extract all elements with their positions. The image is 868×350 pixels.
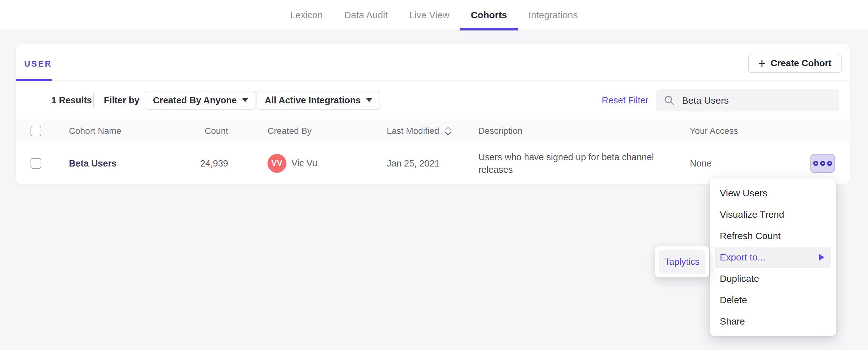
filter-bar: 1 Results Filter by Created By Anyone Al… (16, 81, 850, 119)
tab-user[interactable]: USER (24, 59, 52, 69)
menu-item-export-to[interactable]: Export to... (715, 247, 831, 268)
user-tab-underline (16, 79, 52, 81)
top-nav: Lexicon Data Audit Live View Cohorts Int… (0, 0, 868, 31)
integrations-dropdown[interactable]: All Active Integrations (256, 91, 380, 110)
plus-icon: + (758, 57, 766, 70)
results-count: 1 Results (51, 95, 92, 106)
create-cohort-label: Create Cohort (771, 58, 832, 69)
tab-data-audit[interactable]: Data Audit (334, 0, 398, 30)
menu-item-refresh-count[interactable]: Refresh Count (710, 225, 836, 247)
sort-updown-icon (444, 125, 453, 137)
menu-item-delete[interactable]: Delete (710, 289, 836, 311)
search-icon (664, 95, 675, 106)
table-header: Cohort Name Count Created By Last Modifi… (16, 119, 850, 143)
tab-cohorts[interactable]: Cohorts (460, 0, 518, 30)
row-actions-menu: View Users Visualize Trend Refresh Count… (710, 178, 836, 336)
three-circles-icon (820, 161, 825, 166)
row-actions-button[interactable] (810, 154, 835, 173)
arrow-right-icon (819, 254, 824, 261)
integrations-dropdown-value: All Active Integrations (265, 95, 361, 106)
chevron-down-icon (242, 98, 248, 102)
filter-by-label: Filter by (104, 95, 140, 106)
header-last-modified-label: Last Modified (387, 126, 439, 136)
avatar: VV (268, 154, 286, 173)
card-tabbar: USER + Create Cohort (16, 44, 850, 81)
submenu-item-taplytics[interactable]: Taplytics (659, 250, 705, 274)
menu-item-visualize-trend[interactable]: Visualize Trend (710, 204, 836, 225)
three-circles-icon (827, 161, 832, 166)
menu-item-view-users[interactable]: View Users (710, 182, 836, 204)
tab-live-view[interactable]: Live View (398, 0, 460, 30)
header-your-access: Your Access (690, 126, 738, 136)
search-input[interactable]: Beta Users (656, 89, 839, 111)
created-by-cell: VV Vic Vu (268, 154, 317, 173)
header-count[interactable]: Count (158, 126, 228, 136)
cohort-count: 24,939 (158, 158, 228, 168)
table-row[interactable]: Beta Users 24,939 VV Vic Vu Jan 25, 2021… (16, 143, 850, 183)
tab-integrations[interactable]: Integrations (518, 0, 589, 30)
header-last-modified[interactable]: Last Modified (387, 125, 453, 137)
header-cohort-name[interactable]: Cohort Name (69, 126, 122, 136)
creator-name: Vic Vu (291, 158, 317, 168)
tab-lexicon[interactable]: Lexicon (279, 0, 333, 30)
reset-filter-link[interactable]: Reset Filter (602, 95, 648, 106)
select-all-checkbox[interactable] (31, 126, 41, 136)
divider (93, 93, 94, 107)
created-by-dropdown[interactable]: Created By Anyone (145, 91, 256, 110)
three-circles-icon (813, 161, 818, 166)
description-value: Users who have signed up for beta channe… (478, 151, 655, 176)
row-checkbox[interactable] (31, 158, 41, 169)
cohorts-card: USER + Create Cohort 1 Results Filter by… (16, 44, 850, 184)
last-modified-value: Jan 25, 2021 (387, 158, 440, 168)
export-submenu: Taplytics (655, 246, 709, 277)
access-value: None (690, 158, 712, 168)
menu-item-duplicate[interactable]: Duplicate (710, 268, 836, 289)
menu-item-export-to-label: Export to... (720, 252, 766, 262)
header-created-by[interactable]: Created By (268, 126, 312, 136)
created-by-dropdown-value: Created By Anyone (153, 95, 237, 106)
cohort-name-link[interactable]: Beta Users (69, 158, 117, 168)
chevron-down-icon (366, 98, 372, 102)
menu-item-share[interactable]: Share (710, 311, 836, 332)
search-value: Beta Users (682, 95, 728, 106)
header-description: Description (478, 126, 522, 136)
create-cohort-button[interactable]: + Create Cohort (748, 54, 842, 73)
